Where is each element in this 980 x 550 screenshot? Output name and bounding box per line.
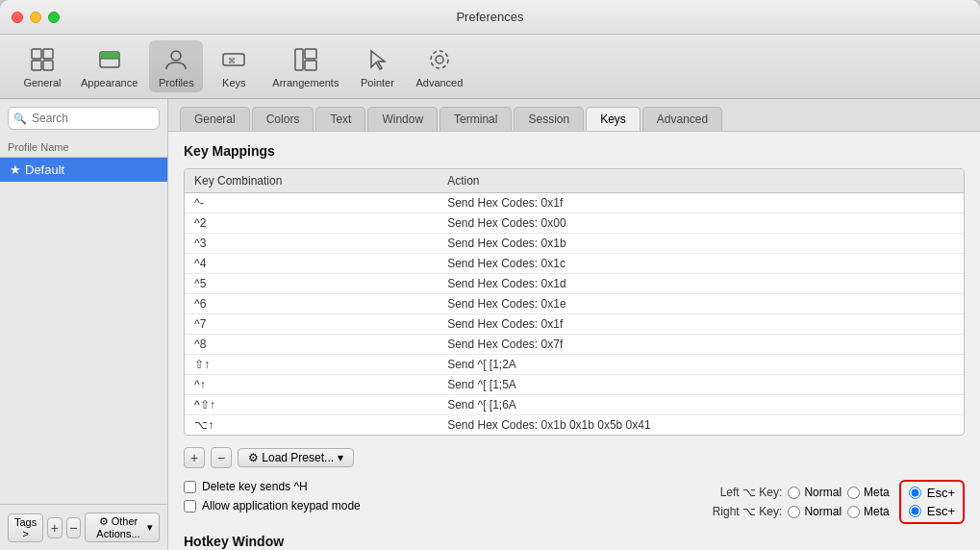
key-cell: ^2	[185, 213, 438, 234]
load-preset-button[interactable]: ⚙ Load Preset... ▾	[238, 448, 354, 467]
key-cell: ^4	[185, 254, 438, 274]
key-cell: ^↑	[185, 375, 438, 395]
table-row[interactable]: ^↑Send ^[ [1;5A	[185, 375, 964, 395]
left-esc-label: Esc+	[927, 486, 955, 500]
right-key-row: Right ⌥ Key: Normal Meta	[705, 505, 889, 518]
profile-item-default[interactable]: ★ Default	[0, 158, 167, 182]
add-key-button[interactable]: +	[184, 447, 205, 468]
action-cell: Send Hex Codes: 0x1b 0x1b 0x5b 0x41	[438, 415, 964, 436]
tab-keys[interactable]: Keys	[586, 107, 641, 131]
key-cell: ⇧↑	[185, 355, 438, 375]
panel-content: Key Mappings Key Combination Action ^-Se…	[168, 132, 980, 550]
toolbar: General Appearance Profiles	[0, 35, 980, 99]
remove-profile-button[interactable]: −	[66, 517, 81, 538]
tab-advanced[interactable]: Advanced	[642, 107, 722, 131]
right-key-meta-label: Meta	[864, 505, 890, 518]
profile-star: ★	[10, 162, 21, 177]
options-row: Delete key sends ^H Allow application ke…	[184, 480, 965, 524]
svg-rect-5	[100, 52, 119, 59]
other-actions-chevron: ▾	[147, 521, 153, 534]
load-preset-label: ⚙ Load Preset...	[248, 451, 334, 464]
minimize-button[interactable]	[30, 12, 41, 23]
left-key-meta-radio[interactable]	[847, 487, 860, 499]
maximize-button[interactable]	[48, 12, 60, 23]
tags-label: Tags >	[14, 516, 37, 539]
table-row[interactable]: ^-Send Hex Codes: 0x1f	[185, 193, 964, 213]
left-key-esc-radio[interactable]	[909, 487, 921, 499]
key-cell: ^3	[185, 234, 438, 254]
table-row[interactable]: ^2Send Hex Codes: 0x00	[185, 213, 964, 234]
left-key-normal-radio[interactable]	[788, 487, 800, 499]
table-row[interactable]: ^5Send Hex Codes: 0x1d	[185, 274, 964, 294]
svg-rect-11	[305, 49, 316, 59]
tab-general[interactable]: General	[180, 107, 250, 131]
search-box: 🔍	[8, 107, 160, 130]
close-button[interactable]	[12, 12, 23, 23]
add-profile-button[interactable]: +	[47, 517, 62, 538]
right-esc-label: Esc+	[927, 504, 955, 518]
svg-rect-0	[32, 49, 41, 59]
delete-key-checkbox[interactable]	[184, 481, 196, 493]
toolbar-item-advanced[interactable]: Advanced	[408, 40, 470, 92]
action-cell: Send Hex Codes: 0x1f	[438, 193, 964, 213]
tab-text[interactable]: Text	[315, 107, 365, 131]
key-cell: ^5	[185, 274, 438, 294]
toolbar-item-arrangements[interactable]: Arrangements	[264, 40, 346, 92]
left-key-meta-label: Meta	[864, 486, 890, 499]
table-row[interactable]: ^6Send Hex Codes: 0x1e	[185, 294, 964, 314]
table-row[interactable]: ^7Send Hex Codes: 0x1f	[185, 314, 964, 335]
arrangements-icon	[290, 44, 321, 75]
svg-rect-1	[43, 49, 53, 59]
titlebar: Preferences	[0, 0, 980, 35]
key-cell: ^6	[185, 294, 438, 314]
key-cell: ^-	[185, 193, 438, 213]
toolbar-label-profiles: Profiles	[159, 77, 194, 88]
left-key-meta-group: Meta	[847, 486, 890, 499]
left-esc-row: Esc+	[909, 486, 955, 500]
toolbar-label-pointer: Pointer	[361, 77, 394, 88]
action-cell: Send Hex Codes: 0x1b	[438, 234, 964, 254]
right-key-normal-radio[interactable]	[788, 506, 800, 518]
table-row[interactable]: ^3Send Hex Codes: 0x1b	[185, 234, 964, 254]
right-key-normal-label: Normal	[804, 505, 842, 518]
key-toolbar-row: + − ⚙ Load Preset... ▾	[184, 447, 965, 468]
toolbar-label-general: General	[23, 77, 61, 88]
table-row[interactable]: ^⇧↑Send ^[ [1;6A	[185, 395, 964, 415]
svg-point-13	[436, 56, 443, 63]
toolbar-item-profiles[interactable]: Profiles	[149, 40, 203, 92]
action-cell: Send ^[ [1;6A	[438, 395, 964, 415]
table-row[interactable]: ⌥↑Send Hex Codes: 0x1b 0x1b 0x5b 0x41	[185, 415, 964, 436]
svg-point-7	[171, 51, 181, 61]
table-row[interactable]: ^8Send Hex Codes: 0x7f	[185, 335, 964, 355]
profiles-icon	[161, 44, 191, 75]
toolbar-item-keys[interactable]: ⌘ Keys	[207, 40, 261, 92]
search-input[interactable]	[8, 107, 160, 130]
remove-key-button[interactable]: −	[211, 447, 232, 468]
toolbar-label-appearance: Appearance	[81, 77, 138, 88]
tab-terminal[interactable]: Terminal	[440, 107, 512, 131]
tab-window[interactable]: Window	[367, 107, 438, 131]
application-keypad-checkbox[interactable]	[184, 500, 196, 512]
right-key-meta-group: Meta	[847, 505, 890, 518]
main-panel: General Colors Text Window Terminal Sess…	[168, 99, 980, 550]
toolbar-item-appearance[interactable]: Appearance	[73, 40, 145, 92]
toolbar-item-pointer[interactable]: Pointer	[350, 40, 404, 92]
table-row[interactable]: ⇧↑Send ^[ [1;2A	[185, 355, 964, 375]
toolbar-label-keys: Keys	[222, 77, 245, 88]
action-cell: Send Hex Codes: 0x1c	[438, 254, 964, 274]
right-key-esc-radio[interactable]	[909, 505, 921, 517]
application-keypad-label: Allow application keypad mode	[202, 499, 361, 512]
esc-box: Esc+ Esc+	[899, 480, 965, 524]
other-actions-button[interactable]: ⚙ Other Actions... ▾	[85, 512, 160, 542]
action-cell: Send Hex Codes: 0x1d	[438, 274, 964, 294]
key-cell: ^⇧↑	[185, 395, 438, 415]
table-row[interactable]: ^4Send Hex Codes: 0x1c	[185, 254, 964, 274]
key-cell: ^8	[185, 335, 438, 355]
tab-session[interactable]: Session	[514, 107, 584, 131]
toolbar-item-general[interactable]: General	[15, 40, 69, 92]
appearance-icon	[94, 44, 125, 75]
right-key-meta-radio[interactable]	[847, 506, 860, 518]
tab-colors[interactable]: Colors	[252, 107, 314, 131]
col-key-combination: Key Combination	[185, 169, 438, 193]
tags-button[interactable]: Tags >	[8, 513, 43, 542]
